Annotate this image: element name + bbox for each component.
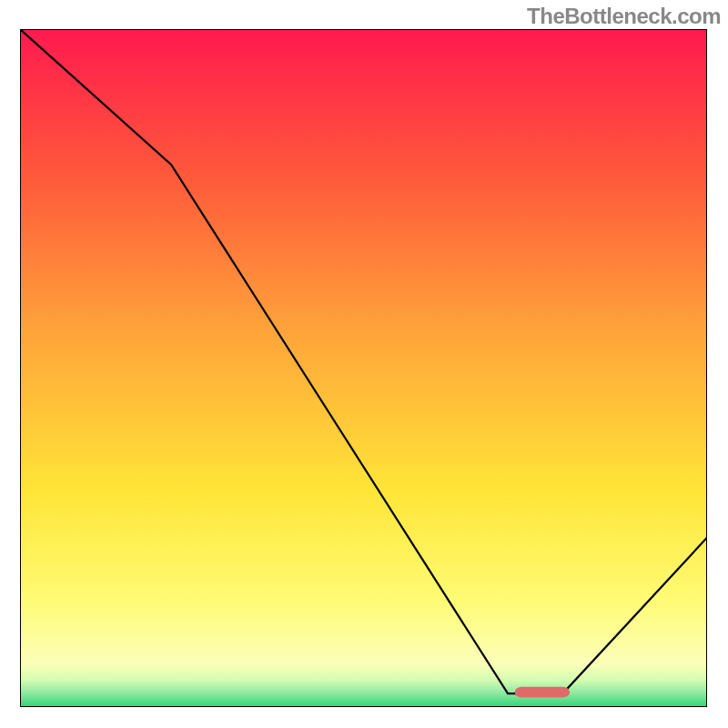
gradient-fill: [20, 29, 707, 707]
plot-svg: [20, 29, 707, 707]
chart-container: TheBottleneck.com: [0, 0, 728, 728]
watermark-text: TheBottleneck.com: [527, 4, 721, 29]
optimal-zone-marker: [515, 687, 570, 698]
